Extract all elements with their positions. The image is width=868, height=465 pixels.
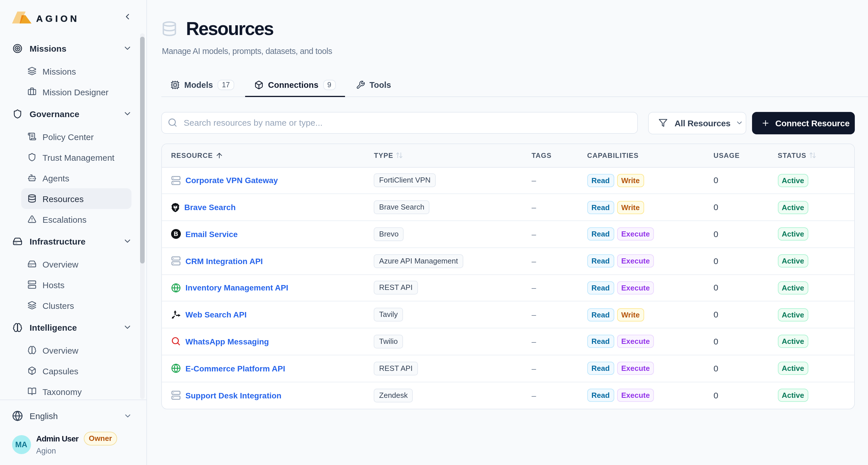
- svg-text:B: B: [174, 231, 178, 238]
